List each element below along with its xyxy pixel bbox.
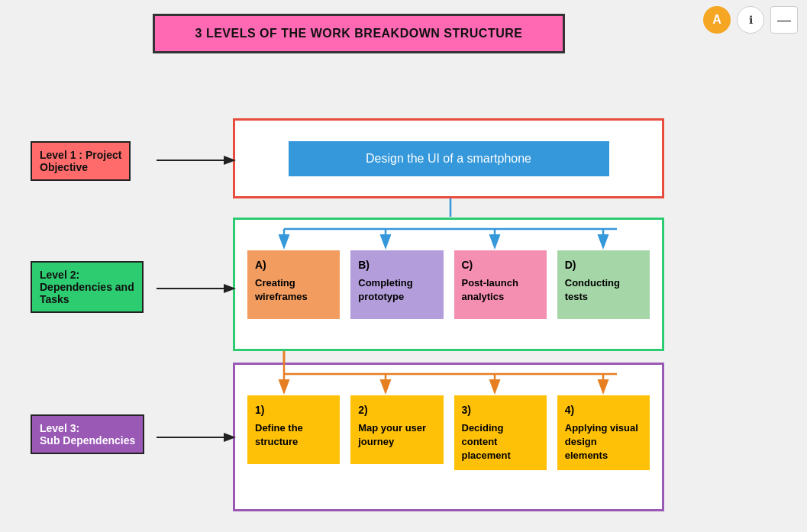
canvas: A ℹ — 3 LEVELS OF THE WORK BREAKDOWN STR… (0, 0, 807, 532)
card-1-title: Define thestructure (255, 422, 303, 447)
card-b: B) Completingprototype (350, 250, 443, 319)
card-b-prefix: B) (358, 258, 435, 273)
card-a-title: Creatingwireframes (255, 277, 308, 302)
level3-box: 1) Define thestructure 2) Map your userj… (233, 363, 664, 511)
card-d-title: Conductingtests (565, 277, 620, 302)
card-2-title: Map your userjourney (358, 422, 426, 447)
card-d: D) Conductingtests (557, 250, 650, 319)
minimize-button[interactable]: — (770, 6, 798, 34)
card-a: A) Creatingwireframes (247, 250, 340, 319)
level2-label: Level 2: Dependencies and Tasks (31, 261, 144, 313)
card-3-title: Deciding contentplacement (462, 422, 511, 461)
card-b-title: Completingprototype (358, 277, 413, 302)
avatar-button[interactable]: A (703, 6, 731, 34)
card-1-prefix: 1) (255, 403, 332, 418)
card-a-prefix: A) (255, 258, 332, 273)
title-text: 3 LEVELS OF THE WORK BREAKDOWN STRUCTURE (195, 27, 523, 40)
level2-box: A) Creatingwireframes B) Completingproto… (233, 218, 664, 351)
card-2: 2) Map your userjourney (350, 395, 443, 464)
top-bar: A ℹ — (694, 0, 807, 40)
info-button[interactable]: ℹ (737, 6, 764, 34)
card-2-prefix: 2) (358, 403, 435, 418)
card-1: 1) Define thestructure (247, 395, 340, 464)
level1-label: Level 1 : Project Objective (31, 141, 131, 181)
card-c-prefix: C) (462, 258, 539, 273)
card-d-prefix: D) (565, 258, 642, 273)
card-4: 4) Applying visualdesign elements (557, 395, 650, 470)
level1-box: Design the UI of a smartphone (233, 118, 664, 198)
card-3-prefix: 3) (462, 403, 539, 418)
level3-cards: 1) Define thestructure 2) Map your userj… (235, 365, 662, 482)
level2-cards: A) Creatingwireframes B) Completingproto… (235, 220, 662, 331)
title-box: 3 LEVELS OF THE WORK BREAKDOWN STRUCTURE (153, 14, 565, 53)
card-4-prefix: 4) (565, 403, 642, 418)
card-c-title: Post-launchanalytics (462, 277, 518, 302)
center-task-box: Design the UI of a smartphone (289, 141, 609, 176)
level3-label: Level 3: Sub Dependencies (31, 414, 144, 454)
card-4-title: Applying visualdesign elements (565, 422, 638, 461)
card-c: C) Post-launchanalytics (454, 250, 547, 319)
card-3: 3) Deciding contentplacement (454, 395, 547, 470)
